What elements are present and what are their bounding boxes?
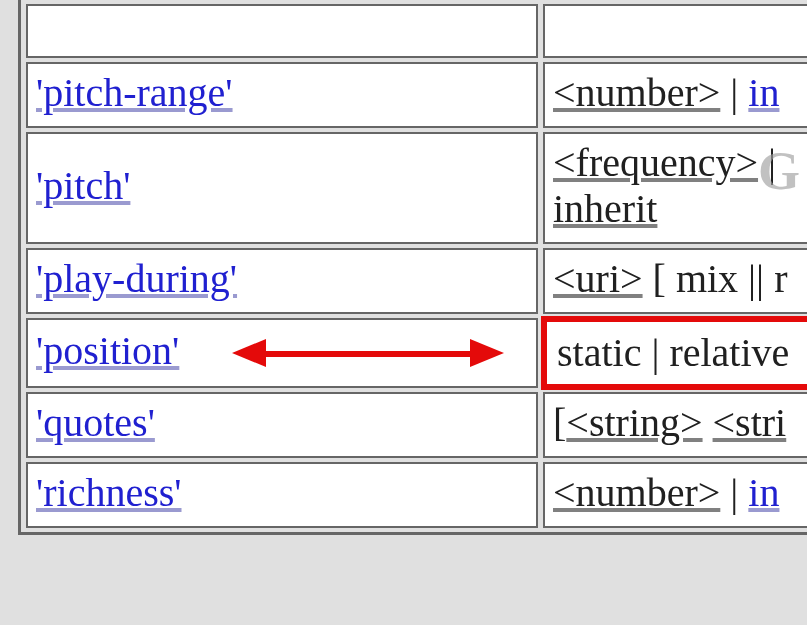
value-token: <frequency> xyxy=(553,140,758,185)
value-token: <number> xyxy=(553,70,720,115)
table-cell xyxy=(543,4,807,58)
value-token: | xyxy=(720,70,748,115)
value-token: | xyxy=(720,470,748,515)
arrow-left-head-icon xyxy=(232,339,266,367)
property-link[interactable]: 'quotes' xyxy=(36,400,155,445)
table-row: 'play-during' <uri> [ mix || r xyxy=(26,248,807,314)
table-row: 'position' static | relative xyxy=(26,318,807,388)
value-token: static | relative xyxy=(557,330,789,375)
value-token: <number> xyxy=(553,470,720,515)
value-cell: <frequency> | inherit xyxy=(543,132,807,244)
value-link[interactable]: in xyxy=(748,470,779,515)
property-link[interactable]: 'richness' xyxy=(36,470,182,515)
arrow-shaft xyxy=(264,351,472,357)
value-cell-highlighted: static | relative xyxy=(543,318,807,388)
css-property-table: 'pitch-range' <number> | in 'pitch' <fre… xyxy=(18,0,807,535)
value-token: <string> xyxy=(566,400,702,445)
value-cell: <uri> [ mix || r xyxy=(543,248,807,314)
property-cell: 'play-during' xyxy=(26,248,538,314)
property-link[interactable]: 'position' xyxy=(36,328,179,373)
table-row: 'richness' <number> | in xyxy=(26,462,807,528)
arrow-right-head-icon xyxy=(470,339,504,367)
property-link[interactable]: 'play-during' xyxy=(36,256,237,301)
table-row: 'pitch' <frequency> | inherit xyxy=(26,132,807,244)
property-cell: 'quotes' xyxy=(26,392,538,458)
value-token xyxy=(703,400,713,445)
value-link[interactable]: in xyxy=(748,70,779,115)
table-cell xyxy=(26,4,538,58)
value-cell: [<string> <stri xyxy=(543,392,807,458)
property-link[interactable]: 'pitch-range' xyxy=(36,70,233,115)
property-link[interactable]: 'pitch' xyxy=(36,163,130,208)
value-token: inherit xyxy=(553,186,657,231)
table-row: 'pitch-range' <number> | in xyxy=(26,62,807,128)
arrow-annotation xyxy=(228,320,508,386)
property-cell: 'pitch' xyxy=(26,132,538,244)
value-cell: <number> | in xyxy=(543,62,807,128)
value-cell: <number> | in xyxy=(543,462,807,528)
value-token: <uri> xyxy=(553,256,643,301)
property-cell: 'position' xyxy=(26,318,538,388)
value-token: | xyxy=(758,140,776,185)
value-token: [ mix || r xyxy=(643,256,788,301)
property-cell: 'pitch-range' xyxy=(26,62,538,128)
property-cell: 'richness' xyxy=(26,462,538,528)
value-token: [ xyxy=(553,400,566,445)
value-token: <stri xyxy=(713,400,787,445)
table-row: 'quotes' [<string> <stri xyxy=(26,392,807,458)
